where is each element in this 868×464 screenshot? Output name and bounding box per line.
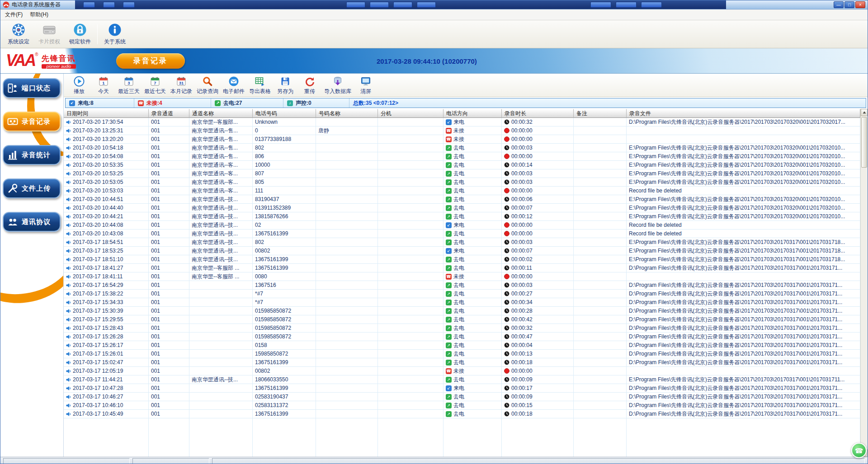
cell-record-file: E:\Program Files\先锋音讯(北京)云录音服务器\2017\201… [627,178,860,187]
sidebar-item-record-list[interactable]: 录音记录 [3,112,61,131]
cell-duration: 00:00:00 [502,221,574,230]
table-row[interactable]: 2017-03-17 15:26:0100115985850872↗去电00:0… [64,350,860,358]
cell-record-file: D:\Program Files\先锋音讯(北京)云录音服务器\2017\201… [627,264,860,272]
column-header[interactable]: 电话方向 [443,109,502,118]
table-row[interactable]: 2017-03-17 18:41:27001南京华罡--客服部 ...13675… [64,264,860,272]
sidebar-item-protocol[interactable]: 通讯协议 [3,212,61,232]
table-row[interactable]: 2017-03-17 15:29:55001015985850872↗去电00:… [64,315,860,324]
table-row[interactable]: 2017-03-20 10:53:05001南京华罡通讯--客...805↗去电… [64,178,860,187]
column-header[interactable]: 号码名称 [316,109,378,118]
table-row[interactable]: 2017-03-20 10:44:21001南京华罡通讯--技...138158… [64,212,860,221]
table-row[interactable]: 2017-03-17 12:05:1900100802☎未接00:00:00 [64,367,860,375]
table-row[interactable]: 2017-03-20 10:53:35001南京华罡通讯--客...10000↗… [64,161,860,169]
menu-help[interactable]: 帮助(H) [30,11,48,19]
table-row[interactable]: 2017-03-17 18:54:51001南京华罡通讯--技...802↗去电… [64,238,860,247]
import-database-button[interactable]: 导入数据库 [322,75,353,96]
clear-screen-button[interactable]: 清屏 [354,75,377,96]
table-row[interactable]: 2017-03-20 10:54:18001南京华罡通讯--售...802↗去电… [64,144,860,152]
cell-record-file: D:\Program Files\先锋音讯(北京)云录音服务器\2017\201… [627,118,860,127]
about-system-button[interactable]: 关于系统 [101,22,128,47]
speaker-icon [66,360,71,365]
speaker-icon [66,154,71,159]
table-row[interactable]: 2017-03-17 15:26:170010158↗去电00:00:04D:\… [64,341,860,350]
table-row[interactable]: 2017-03-20 13:25:31001南京华罡通讯--售...0唐静☎未接… [64,127,860,135]
table-row[interactable]: 2017-03-17 10:45:4900113675161399↗去电00:0… [64,410,860,418]
tab-recording-records[interactable]: 录音记录 [116,53,185,69]
scrollbar-track[interactable] [861,116,868,450]
table-row[interactable]: 2017-03-17 15:38:22001*#7↗去电00:00:27D:\P… [64,290,860,298]
table-row[interactable]: 2017-03-17 18:51:10001南京华罡通讯--技...136751… [64,255,860,264]
cell-channel-name: 南京华罡通讯--客... [189,161,253,169]
card-authorization-button[interactable]: 卡片授权 [36,22,63,47]
export-table-button[interactable]: 导出表格 [247,75,273,96]
table-row[interactable]: 2017-03-17 15:34:33001*#7↗去电00:00:34D:\P… [64,298,860,307]
record-query-button[interactable]: 记录查询 [195,75,220,96]
table-row[interactable]: 2017-03-20 10:44:08001南京华罡通讯--技...02↙来电0… [64,221,860,230]
speaker-icon [66,231,71,236]
column-header[interactable]: 电话号码 [253,109,316,118]
cell-record-file: E:\Program Files\先锋音讯(北京)云录音服务器\2017\201… [627,169,860,178]
cell-channel-name: 南京华罡通讯--技... [189,375,253,384]
column-header[interactable]: 分机 [378,109,443,118]
table-row[interactable]: 2017-03-20 10:43:08001南京华罡通讯--技...136751… [64,230,860,238]
table-row[interactable]: 2017-03-17 15:30:39001015985850872↗去电00:… [64,307,860,315]
sidebar-item-record-statistics[interactable]: 录音统计 [3,145,61,165]
table-row[interactable]: 2017-03-17 15:26:28001015985850872↗去电00:… [64,333,860,341]
cell-extension [378,341,443,350]
sidebar-item-port-status[interactable]: 端口状态 [3,78,61,98]
menu-file[interactable]: 文件(F) [5,11,23,19]
table-row[interactable]: 2017-03-20 10:53:03001南京华罡通讯--客...111↗去电… [64,187,860,195]
table-row[interactable]: 2017-03-17 10:46:1000102583131372↗去电00:0… [64,401,860,410]
vertical-scrollbar[interactable] [860,109,868,457]
table-row[interactable]: 2017-03-17 15:02:4700113675161399↗去电00:0… [64,358,860,367]
system-settings-button[interactable]: 系统设定 [5,22,32,47]
table-row[interactable]: 2017-03-17 16:54:290011367516↗去电00:00:03… [64,281,860,290]
column-header[interactable]: 录音通道 [149,109,189,118]
table-row[interactable]: 2017-03-20 13:20:20001南京华罡通讯--售...013773… [64,135,860,144]
column-header[interactable]: 备注 [574,109,627,118]
cell-duration: 00:00:00 [502,152,574,161]
table-row[interactable]: 2017-03-17 11:44:21001南京华罡通讯--技...180660… [64,375,860,384]
month-records-button[interactable]: 31本月记录 [169,75,194,96]
cell-record-file: D:\Program Files\先锋音讯(北京)云录音服务器\2017\201… [627,281,860,290]
table-row[interactable]: 2017-03-17 18:41:11001南京华罡--客服部 ...0080☎… [64,272,860,281]
table-row[interactable]: 2017-03-20 10:53:25001南京华罡通讯--客...807↗去电… [64,169,860,178]
table-row[interactable]: 2017-03-17 15:28:43001015985850872↗去电00:… [64,324,860,333]
last-7-days-button[interactable]: 7最近七天 [142,75,168,96]
dir-out-icon: ↗ [446,334,452,340]
today-button[interactable]: 1今天 [92,75,115,96]
cell-phone-number: 02583131372 [253,401,316,410]
notification-icon[interactable]: ☎ [851,443,867,458]
cell-channel: 001 [149,410,189,418]
stats-bar: ↙ 来电:8 ☎ 未接:4 ↗ 去电:27 ♪ 声控:0 总数:35 <0:07… [65,98,866,108]
cell-channel: 001 [149,315,189,324]
table-row[interactable]: 2017-03-17 10:46:2700102583190437↗去电00:0… [64,393,860,401]
background-window-fragment [370,2,389,8]
status-panel [3,458,130,464]
save-as-button[interactable]: 另存为 [274,75,297,96]
column-header[interactable]: 录音时长 [502,109,574,118]
table-row[interactable]: 2017-03-20 10:54:08001南京华罡通讯--售...806↗去电… [64,152,860,161]
minimize-button[interactable]: — [834,1,844,8]
table-row[interactable]: 2017-03-20 10:44:40001南京华罡通讯--技...013911… [64,204,860,212]
table-row[interactable]: 2017-03-20 10:44:51001南京华罡通讯--技...831904… [64,195,860,204]
cell-note [574,393,627,401]
sidebar-item-file-upload[interactable]: 文件上传 [3,178,61,198]
scrollbar-thumb[interactable] [861,117,867,168]
maximize-button[interactable]: □ [844,1,854,8]
table-row[interactable]: 2017-03-17 10:47:2800113675161399↙来电00:0… [64,384,860,393]
cell-channel-name [189,341,253,350]
table-row[interactable]: 2017-03-17 18:53:25001南京华罡通讯--技...00802↙… [64,247,860,255]
last-3-days-button[interactable]: 3最近三天 [116,75,142,96]
retransmit-button[interactable]: 重传 [298,75,321,96]
column-header[interactable]: 录音文件 [627,109,860,118]
cell-datetime: 2017-03-17 18:41:11 [64,272,149,281]
close-button[interactable]: × [855,1,865,8]
column-header[interactable]: 日期时间 [64,109,149,118]
scroll-up-arrow-icon[interactable] [861,109,868,116]
column-header[interactable]: 通道名称 [189,109,253,118]
lock-software-button[interactable]: 锁定软件 [66,22,94,47]
play-button[interactable]: 播放 [67,75,91,96]
table-row[interactable]: 2017-03-20 17:30:54001南京华罡--客服部...Unknow… [64,118,860,127]
email-button[interactable]: 电子邮件 [221,75,246,96]
